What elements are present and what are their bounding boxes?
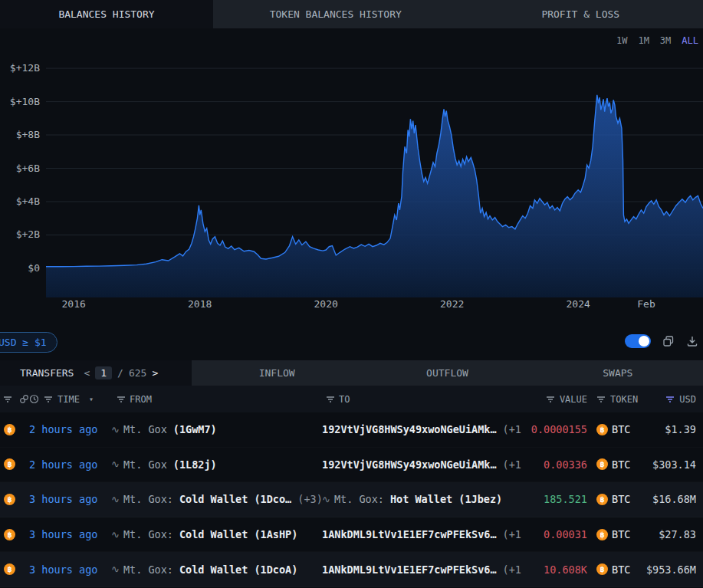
entity-name: Cold Wallet (1DcoA) [179,563,297,576]
row-token[interactable]: ฿ BTC [587,493,642,505]
page-separator: / [117,367,123,379]
tab-balances-history[interactable]: BALANCES HISTORY [0,0,213,28]
y-axis-label: $0 [0,261,40,275]
row-usd: $1.39 [642,423,703,435]
transfers-table: ฿ 2 hours ago ∿ Mt. Gox (1GwM7) 192VtVjV… [0,412,703,587]
table-row[interactable]: ฿ 3 hours ago ∿ Mt. Gox: Cold Wallet (1D… [0,482,703,517]
y-axis-label: $+8B [0,128,40,142]
filter-icon[interactable] [326,396,335,403]
entity-name: (1GwM7) [173,423,217,435]
column-to[interactable]: TO [322,394,521,405]
row-time-link[interactable]: 3 hours ago [29,563,111,576]
extra-count: (+1) [503,563,521,576]
row-time-link[interactable]: 3 hours ago [29,493,111,505]
toggle-knob [639,336,649,347]
entity-name: 192VtVjVG8HWSy49xwoNGeUiAMk… [322,458,497,471]
prev-page-icon[interactable]: < [84,367,90,379]
tab-inflow[interactable]: INFLOW [192,360,362,386]
entity-prefix: Mt. Gox: [123,493,173,505]
row-time-link[interactable]: 2 hours ago [29,458,111,471]
y-axis-label: $+4B [0,195,40,209]
row-from[interactable]: ∿ Mt. Gox: Cold Wallet (1Dco… (+3) [111,493,322,505]
chart-toggle[interactable] [625,334,651,348]
copy-icon[interactable] [662,335,675,347]
entity-prefix: Mt. Gox: [123,528,173,540]
entity-prefix: Mt. Gox: [334,493,384,505]
filter-icon-active[interactable] [665,396,675,403]
extra-count: (+1) [503,423,521,435]
row-to[interactable]: 192VtVjVG8HWSy49xwoNGeUiAMk… (+1) [322,423,521,435]
table-row[interactable]: ฿ 2 hours ago ∿ Mt. Gox (1L82j) 192VtVjV… [0,448,703,483]
column-time[interactable]: TIME ▾ [29,394,111,405]
column-from[interactable]: FROM [111,394,322,405]
row-from[interactable]: ∿ Mt. Gox: Cold Wallet (1AsHP) [111,528,322,540]
extra-count: (+3) [297,493,322,505]
entity-name: Cold Wallet (1Dco… [179,493,291,505]
row-token[interactable]: ฿ BTC [587,423,642,435]
entity-prefix: Mt. Gox: [123,563,173,576]
row-time-link[interactable]: 2 hours ago [29,423,111,435]
row-to[interactable]: 192VtVjVG8HWSy49xwoNGeUiAMk… (+1) [322,458,521,471]
usd-filter-chip[interactable]: USD ≥ $1 [0,332,57,353]
btc-token-icon: ฿ [596,563,608,575]
row-value: 0.00031 [521,528,587,540]
filter-icon[interactable] [117,396,126,403]
extra-count: (+1) [503,528,521,540]
entity-wave-icon: ∿ [322,494,330,505]
bitcoin-chain-icon: ฿ [4,529,15,540]
tab-outflow[interactable]: OUTFLOW [362,360,532,386]
row-time-link[interactable]: 3 hours ago [29,528,111,540]
entity-name: 1ANkDML9LtVv1E1EF7cwPFEkSv6… [322,563,497,576]
row-token[interactable]: ฿ BTC [587,563,642,576]
table-row[interactable]: ฿ 3 hours ago ∿ Mt. Gox: Cold Wallet (1D… [0,552,703,587]
column-usd[interactable]: USD [642,394,703,405]
bitcoin-chain-icon: ฿ [4,494,15,505]
table-row[interactable]: ฿ 3 hours ago ∿ Mt. Gox: Cold Wallet (1A… [0,517,703,553]
chart-actions [625,334,698,348]
current-page[interactable]: 1 [95,366,112,379]
row-from[interactable]: ∿ Mt. Gox (1L82j) [111,458,322,471]
token-symbol: BTC [612,458,630,471]
row-from[interactable]: ∿ Mt. Gox: Cold Wallet (1DcoA) [111,563,322,576]
column-token[interactable]: TOKEN [587,394,642,405]
y-axis-label: $+2B [0,228,40,241]
x-axis-label: Feb [637,297,655,311]
tab-transfers[interactable]: TRANSFERS < 1 / 625 > [0,360,192,386]
link-icon[interactable] [19,394,29,404]
chevron-down-icon[interactable]: ▾ [89,395,94,403]
btc-token-icon: ฿ [596,529,608,540]
download-icon[interactable] [686,335,698,347]
filter-icon[interactable] [546,396,555,403]
token-symbol: BTC [612,423,630,435]
row-usd: $16.68M [642,493,703,505]
table-row[interactable]: ฿ 2 hours ago ∿ Mt. Gox (1GwM7) 192VtVjV… [0,412,703,448]
row-to[interactable]: 1ANkDML9LtVv1E1EF7cwPFEkSv6… (+1) [322,528,521,540]
filter-icon[interactable] [44,396,53,403]
tab-profit-loss[interactable]: PROFIT & LOSS [458,0,703,28]
x-axis-label: 2022 [440,297,464,311]
next-page-icon[interactable]: > [152,367,158,379]
entity-wave-icon: ∿ [111,424,120,435]
entity-name: Cold Wallet (1AsHP) [179,528,297,540]
column-value[interactable]: VALUE [521,394,587,405]
tab-swaps[interactable]: SWAPS [533,360,703,386]
balance-area-plot[interactable] [46,52,703,297]
clock-icon[interactable] [29,394,39,404]
row-usd: $27.83 [642,528,703,540]
from-header-label: FROM [130,394,152,405]
token-header-label: TOKEN [610,394,638,405]
filter-icon[interactable] [596,396,606,403]
to-header-label: TO [339,394,350,405]
row-to[interactable]: ∿ Mt. Gox: Hot Wallet (1Jbez) [322,493,521,505]
row-to[interactable]: 1ANkDML9LtVv1E1EF7cwPFEkSv6… (+1) [322,563,521,576]
x-axis-label: 2024 [566,297,590,311]
total-pages: 625 [129,367,146,379]
transfers-label: TRANSFERS [20,367,74,379]
row-from[interactable]: ∿ Mt. Gox (1GwM7) [111,423,322,435]
row-token[interactable]: ฿ BTC [587,458,642,471]
top-tabbar: BALANCES HISTORY TOKEN BALANCES HISTORY … [0,0,703,28]
row-token[interactable]: ฿ BTC [587,528,642,540]
tab-token-balances-history[interactable]: TOKEN BALANCES HISTORY [213,0,458,28]
filter-icon[interactable] [3,396,12,403]
row-usd: $953.66M [642,563,703,576]
